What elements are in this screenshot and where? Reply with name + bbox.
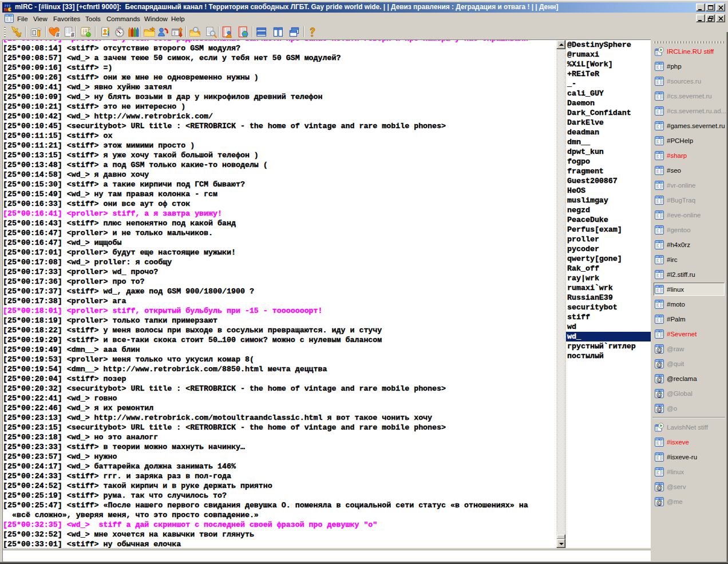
svg-text:#: #	[56, 31, 60, 38]
svg-text:@: @	[656, 499, 663, 506]
svg-text:@: @	[656, 484, 663, 491]
svg-text:@: @	[656, 406, 663, 412]
svg-text:@: @	[656, 376, 663, 383]
svg-text:@: @	[656, 361, 663, 368]
svg-text:#: #	[71, 31, 74, 38]
svg-text:@: @	[656, 346, 663, 353]
svg-text:@: @	[656, 391, 663, 398]
